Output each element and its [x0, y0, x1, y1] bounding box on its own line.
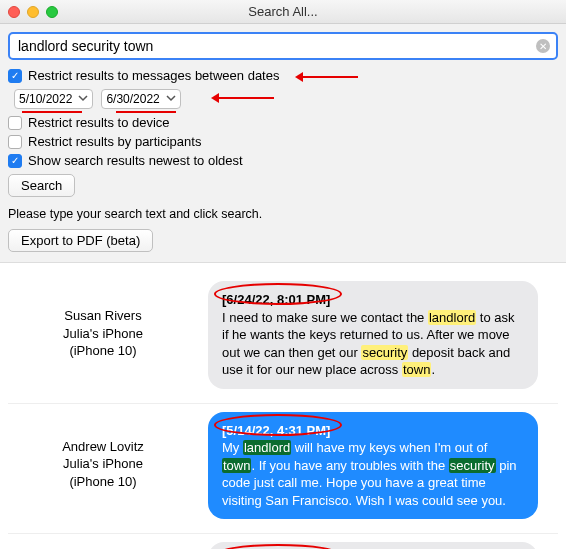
message-bubble: [5/12/22, 5:57 PM] I forgot my security …	[208, 542, 538, 549]
annotation-arrow	[214, 97, 274, 99]
search-button[interactable]: Search	[8, 174, 75, 197]
restrict-dates-label: Restrict results to messages between dat…	[28, 68, 279, 83]
search-input[interactable]	[16, 37, 536, 55]
annotation-oval	[214, 544, 342, 549]
message-timestamp: [6/24/22, 8:01 PM]	[222, 292, 330, 307]
chevron-down-icon	[166, 92, 176, 106]
annotation-underline	[22, 111, 82, 113]
results-list: Susan Rivers Julia's iPhone (iPhone 10) …	[0, 263, 566, 549]
export-pdf-button[interactable]: Export to PDF (beta)	[8, 229, 153, 252]
newest-first-label: Show search results newest to oldest	[28, 153, 243, 168]
annotation-underline	[116, 111, 176, 113]
chevron-down-icon	[78, 92, 88, 106]
device-name: Julia's iPhone	[8, 455, 198, 473]
device-name: Julia's iPhone	[8, 325, 198, 343]
restrict-device-label: Restrict results to device	[28, 115, 170, 130]
restrict-participants-label: Restrict results by participants	[28, 134, 201, 149]
result-meta: Andrew Lovitz Julia's iPhone (iPhone 10)	[8, 412, 198, 520]
restrict-participants-checkbox[interactable]	[8, 135, 22, 149]
keyword-highlight: security	[449, 458, 496, 473]
window-title: Search All...	[0, 4, 566, 19]
result-row: Susan Rivers Julia's iPhone (iPhone 10) …	[8, 273, 558, 404]
window-titlebar: Search All...	[0, 0, 566, 24]
keyword-highlight: landlord	[428, 310, 476, 325]
device-model: (iPhone 10)	[8, 473, 198, 491]
result-meta: Kate Goldsmith Julia's iPhone (iPhone 10…	[8, 542, 198, 549]
result-row: Kate Goldsmith Julia's iPhone (iPhone 10…	[8, 534, 558, 549]
date-to-value: 6/30/2022	[106, 92, 159, 106]
search-hint: Please type your search text and click s…	[8, 207, 558, 221]
newest-first-checkbox[interactable]: ✓	[8, 154, 22, 168]
contact-name: Andrew Lovitz	[8, 438, 198, 456]
keyword-highlight: town	[402, 362, 431, 377]
annotation-arrow	[298, 76, 358, 78]
date-from-picker[interactable]: 5/10/2022	[14, 89, 93, 109]
search-options-panel: ✕ ✓ Restrict results to messages between…	[0, 24, 566, 263]
message-bubble: [6/24/22, 8:01 PM] I need to make sure w…	[208, 281, 538, 389]
result-meta: Susan Rivers Julia's iPhone (iPhone 10)	[8, 281, 198, 389]
search-field-wrap: ✕	[8, 32, 558, 60]
keyword-highlight: town	[222, 458, 251, 473]
date-to-picker[interactable]: 6/30/2022	[101, 89, 180, 109]
message-bubble: [5/14/22, 4:31 PM] My landlord will have…	[208, 412, 538, 520]
message-timestamp: [5/14/22, 4:31 PM]	[222, 423, 330, 438]
result-row: Andrew Lovitz Julia's iPhone (iPhone 10)…	[8, 404, 558, 535]
date-from-value: 5/10/2022	[19, 92, 72, 106]
clear-search-button[interactable]: ✕	[536, 39, 550, 53]
device-model: (iPhone 10)	[8, 342, 198, 360]
restrict-device-checkbox[interactable]	[8, 116, 22, 130]
restrict-dates-checkbox[interactable]: ✓	[8, 69, 22, 83]
contact-name: Susan Rivers	[8, 307, 198, 325]
keyword-highlight: landlord	[243, 440, 291, 455]
keyword-highlight: security	[361, 345, 408, 360]
